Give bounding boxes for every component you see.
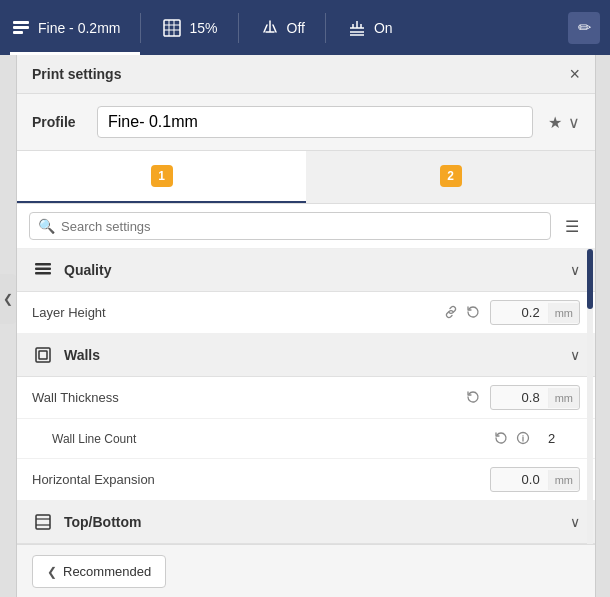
scrollbar-thumb[interactable] <box>587 249 593 309</box>
supports-icon <box>259 17 281 39</box>
scrollbar-track <box>587 249 593 544</box>
topbottom-section-header[interactable]: Top/Bottom ∨ <box>17 501 595 544</box>
star-button[interactable]: ★ <box>548 113 562 132</box>
svg-rect-15 <box>35 268 51 271</box>
tab-2-badge: 2 <box>440 165 462 187</box>
horizontal-expansion-value: 0.0 <box>491 468 548 491</box>
quality-section-header[interactable]: Quality ∨ <box>17 249 595 292</box>
search-bar: 🔍 ☰ <box>17 204 595 249</box>
close-button[interactable]: × <box>569 65 580 83</box>
layer-height-value: 0.2 <box>491 301 548 324</box>
topbottom-chevron: ∨ <box>570 514 580 530</box>
wall-line-count-value: 2 <box>540 427 580 450</box>
search-input[interactable] <box>61 219 542 234</box>
recommended-chevron: ❮ <box>47 565 57 579</box>
svg-rect-14 <box>35 263 51 266</box>
tab-2[interactable]: 2 <box>306 151 595 203</box>
menu-icon-button[interactable]: ☰ <box>561 213 583 240</box>
panel-title: Print settings <box>32 66 121 82</box>
tabs-area: 1 2 <box>17 151 595 204</box>
on-label: On <box>374 20 393 36</box>
search-icon: 🔍 <box>38 218 55 234</box>
left-arrow-button[interactable]: ❮ <box>0 274 16 324</box>
toolbar-right: ✏ <box>568 12 600 44</box>
profile-label: Profile <box>32 114 82 130</box>
quality-chevron: ∨ <box>570 262 580 278</box>
search-input-wrap[interactable]: 🔍 <box>29 212 551 240</box>
fine-label: Fine - 0.2mm <box>38 20 120 36</box>
wall-thickness-label: Wall Thickness <box>32 390 464 405</box>
tab-1[interactable]: 1 <box>17 151 306 203</box>
profile-chevron-button[interactable]: ∨ <box>568 113 580 132</box>
off-label: Off <box>287 20 305 36</box>
wall-thickness-unit: mm <box>548 388 579 408</box>
svg-rect-0 <box>13 21 29 24</box>
layer-height-label: Layer Height <box>32 305 442 320</box>
topbottom-icon <box>32 511 54 533</box>
svg-rect-17 <box>36 348 50 362</box>
walls-section-header[interactable]: Walls ∨ <box>17 334 595 377</box>
wall-thickness-actions <box>464 388 482 408</box>
divider2 <box>238 13 239 43</box>
adhesion-toolbar-item[interactable]: On <box>346 17 393 39</box>
svg-rect-16 <box>35 272 51 275</box>
quality-title: Quality <box>64 262 570 278</box>
pencil-button[interactable]: ✏ <box>568 12 600 44</box>
link-icon-button[interactable] <box>442 303 460 323</box>
quality-icon <box>32 259 54 281</box>
topbottom-title: Top/Bottom <box>64 514 570 530</box>
profile-actions: ★ ∨ <box>548 113 580 132</box>
walls-icon <box>32 344 54 366</box>
reset-layer-height-button[interactable] <box>464 303 482 323</box>
lines-icon <box>10 17 32 39</box>
svg-rect-22 <box>36 515 50 529</box>
recommended-button[interactable]: ❮ Recommended <box>32 555 166 588</box>
svg-rect-1 <box>13 26 29 29</box>
profile-row: Profile Fine- 0.1mm ★ ∨ <box>17 94 595 151</box>
horizontal-expansion-row: Horizontal Expansion 0.0 mm <box>17 459 595 501</box>
layer-height-actions <box>442 303 482 323</box>
supports-toolbar-item[interactable]: Off <box>259 17 305 39</box>
wall-line-count-label: Wall Line Count <box>32 432 492 446</box>
top-toolbar: Fine - 0.2mm 15% Off <box>0 0 610 55</box>
wall-thickness-row: Wall Thickness 0.8 mm <box>17 377 595 419</box>
reset-wall-thickness-button[interactable] <box>464 388 482 408</box>
svg-rect-3 <box>164 20 180 36</box>
reset-wall-line-count-button[interactable] <box>492 429 510 449</box>
settings-scroll: Quality ∨ Layer Height <box>17 249 595 544</box>
horizontal-expansion-label: Horizontal Expansion <box>32 472 482 487</box>
fine-toolbar-item[interactable]: Fine - 0.2mm <box>10 17 120 39</box>
bottom-bar: ❮ Recommended <box>17 544 595 597</box>
wall-line-count-row: Wall Line Count <box>17 419 595 459</box>
print-settings-panel: Print settings × Profile Fine- 0.1mm ★ ∨… <box>16 55 596 597</box>
divider1 <box>140 13 141 43</box>
settings-content: Quality ∨ Layer Height <box>17 249 595 544</box>
profile-value: Fine- 0.1mm <box>108 113 198 131</box>
svg-point-21 <box>522 434 523 435</box>
profile-select[interactable]: Fine- 0.1mm <box>97 106 533 138</box>
wall-thickness-value: 0.8 <box>491 386 548 409</box>
adhesion-icon <box>346 17 368 39</box>
layer-height-value-wrap[interactable]: 0.2 mm <box>490 300 580 325</box>
percent-label: 15% <box>189 20 217 36</box>
infill-toolbar-item[interactable]: 15% <box>161 17 217 39</box>
recommended-label: Recommended <box>63 564 151 579</box>
panel-header: Print settings × <box>17 55 595 94</box>
wall-line-count-actions <box>492 429 532 449</box>
info-wall-line-count-button[interactable] <box>514 429 532 449</box>
horizontal-expansion-unit: mm <box>548 470 579 490</box>
layer-height-unit: mm <box>548 303 579 323</box>
layer-height-row: Layer Height <box>17 292 595 334</box>
walls-title: Walls <box>64 347 570 363</box>
tab-1-badge: 1 <box>151 165 173 187</box>
mesh-icon <box>161 17 183 39</box>
walls-chevron: ∨ <box>570 347 580 363</box>
svg-rect-18 <box>39 351 47 359</box>
horizontal-expansion-value-wrap[interactable]: 0.0 mm <box>490 467 580 492</box>
wall-thickness-value-wrap[interactable]: 0.8 mm <box>490 385 580 410</box>
svg-rect-2 <box>13 31 23 34</box>
divider3 <box>325 13 326 43</box>
